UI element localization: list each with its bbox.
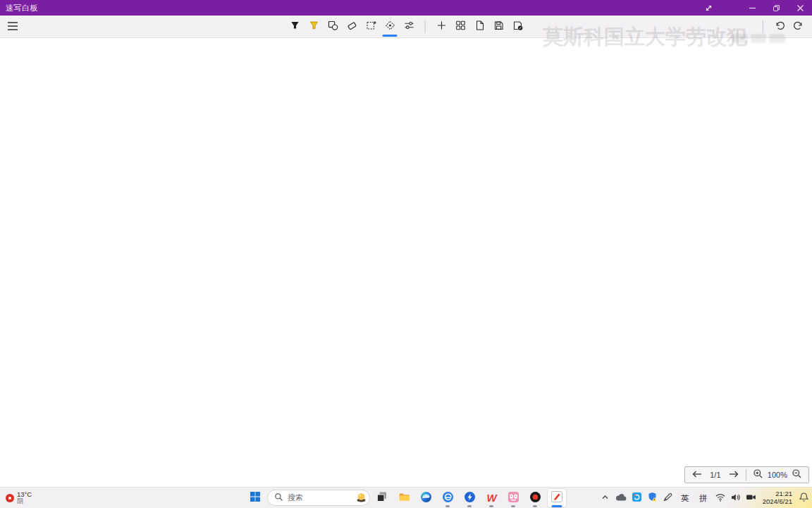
screen-recorder-button[interactable] [525, 488, 545, 508]
edge-icon [420, 491, 432, 505]
hidden-icons-button[interactable] [598, 489, 613, 507]
task-view-button[interactable] [372, 488, 392, 508]
onedrive-button[interactable] [614, 489, 629, 507]
zoom-in-button[interactable] [749, 467, 768, 483]
folder-icon [398, 491, 410, 504]
hamburger-icon [7, 21, 18, 33]
file-explorer-button[interactable] [394, 488, 414, 508]
search-placeholder: 搜索 [288, 492, 351, 503]
prev-page-button[interactable] [688, 467, 706, 483]
running-indicator [489, 505, 493, 507]
highlighter-icon [308, 20, 319, 33]
undo-icon [774, 20, 785, 34]
title-bar: 速写白板 [0, 0, 812, 16]
edge-browser-button[interactable] [416, 488, 436, 508]
clock-date: 2024/6/21 [763, 498, 792, 506]
page-indicator: 1/1 [706, 471, 725, 479]
fullscreen-icon [704, 4, 713, 13]
pen-settings-button[interactable] [661, 489, 675, 507]
undo-button[interactable] [770, 17, 789, 37]
redo-icon [793, 20, 804, 34]
add-page-button[interactable] [432, 17, 451, 37]
pen-tool-button[interactable] [285, 17, 304, 37]
notifications-button[interactable] [796, 489, 811, 507]
eraser-tool-button[interactable] [343, 17, 362, 37]
history-group [756, 17, 808, 37]
taskbar-search[interactable]: 搜索 [267, 490, 370, 506]
speaker-icon [730, 492, 741, 504]
sync-app-button[interactable] [630, 489, 644, 507]
weather-condition: 阴 [17, 498, 32, 504]
toolbar-separator [425, 20, 426, 33]
start-button[interactable] [245, 488, 265, 508]
minimize-icon [749, 4, 756, 12]
next-page-button[interactable] [725, 467, 743, 483]
volume-button[interactable] [729, 489, 743, 507]
thunder-app-button[interactable] [460, 488, 479, 508]
sliders-icon [403, 20, 414, 33]
move-icon [384, 20, 395, 33]
running-indicator [511, 505, 515, 507]
pen-icon [289, 20, 300, 33]
ime-english-indicator[interactable]: 英 [677, 489, 694, 507]
running-indicator [533, 505, 537, 507]
close-button[interactable] [788, 0, 812, 16]
restore-button[interactable] [764, 0, 788, 16]
select-tool-button[interactable] [362, 17, 381, 37]
camera-device-button[interactable] [744, 489, 758, 507]
save-icon [493, 20, 504, 33]
plus-icon [436, 20, 447, 33]
menu-button[interactable] [4, 18, 22, 36]
wifi-button[interactable] [713, 489, 727, 507]
save-as-icon [512, 20, 523, 33]
whiteboard-canvas[interactable] [0, 39, 812, 487]
save-as-button[interactable] [508, 17, 527, 37]
zoom-level: 100% [768, 471, 787, 479]
e-learning-app-icon [442, 491, 454, 505]
pink-social-app-button[interactable] [503, 488, 523, 508]
wps-icon: W [486, 492, 496, 504]
toolbar [0, 16, 812, 38]
save-button[interactable] [489, 17, 508, 37]
wifi-icon [715, 492, 726, 504]
close-icon [796, 4, 804, 12]
window-title: 速写白板 [6, 3, 38, 13]
ime-pinyin-indicator[interactable]: 拼 [695, 489, 712, 507]
toolbar-separator-2 [763, 20, 763, 33]
arrow-right-icon [728, 469, 739, 481]
page-grid-button[interactable] [451, 17, 470, 37]
new-page-button[interactable] [470, 17, 489, 37]
pink-social-app-icon [508, 491, 519, 505]
cloud-icon [615, 492, 627, 504]
tool-group [285, 17, 527, 37]
shapes-tool-button[interactable] [324, 17, 343, 37]
adjust-tool-button[interactable] [400, 17, 419, 37]
weather-widget[interactable]: 13°C 阴 [1, 488, 36, 508]
taskbar: 13°C 阴 搜索 [0, 487, 812, 508]
task-view-icon [376, 491, 388, 504]
move-tool-button[interactable] [381, 17, 400, 37]
wps-office-button[interactable]: W [481, 488, 501, 508]
fullscreen-button[interactable] [696, 0, 720, 16]
taskbar-center: 搜索 [245, 488, 567, 508]
redo-button[interactable] [789, 17, 808, 37]
page-icon [474, 20, 485, 33]
camera-icon [746, 493, 756, 504]
clock-widget[interactable]: 21:21 2024/6/21 [760, 490, 795, 506]
e-learning-app-button[interactable] [438, 488, 457, 508]
search-highlight-image [355, 491, 367, 505]
zoom-out-button[interactable] [787, 467, 806, 483]
eraser-icon [346, 20, 357, 33]
window-controls [696, 0, 812, 16]
minimize-button[interactable] [740, 0, 764, 16]
highlighter-tool-button[interactable] [304, 17, 324, 37]
bell-icon [799, 492, 809, 504]
system-tray: 英 拼 21:21 2024/6/21 [598, 488, 811, 508]
page-controls: 1/1 100% [684, 466, 809, 483]
zoom-in-icon [753, 468, 763, 481]
shapes-icon [327, 20, 338, 33]
sketch-whiteboard-app-button[interactable] [547, 488, 567, 508]
lightning-icon [464, 491, 476, 505]
stylus-pen-icon [663, 492, 673, 504]
security-app-button[interactable] [646, 489, 660, 507]
